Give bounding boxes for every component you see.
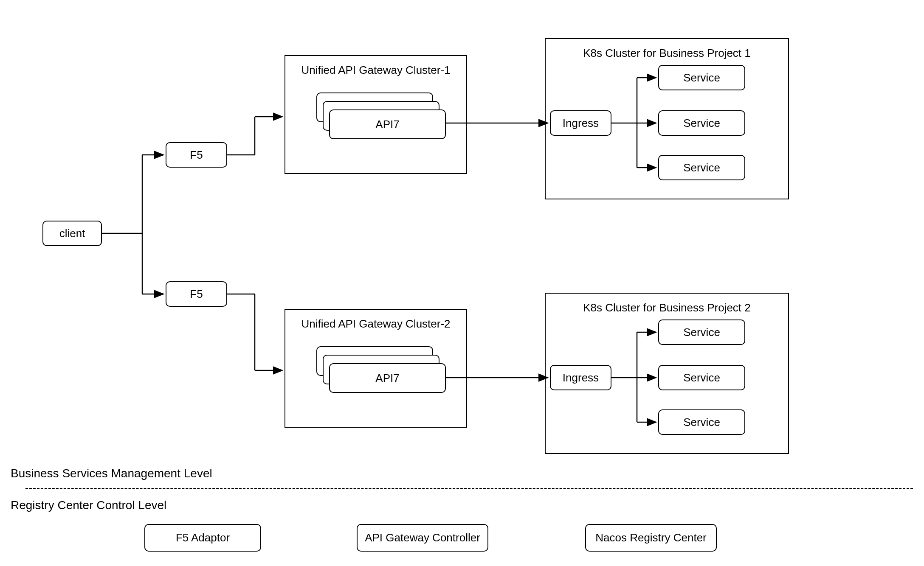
service-node-2b: Service xyxy=(658,365,745,390)
gateway-2-title: Unified API Gateway Cluster-2 xyxy=(285,317,466,331)
service-1b-label: Service xyxy=(683,117,720,130)
api7-node-1: API7 xyxy=(329,109,446,139)
service-node-1c: Service xyxy=(658,155,745,180)
client-label: client xyxy=(59,227,85,240)
f5-adaptor-node: F5 Adaptor xyxy=(144,524,261,552)
gateway-1-title: Unified API Gateway Cluster-1 xyxy=(285,64,466,77)
business-level-label: Business Services Management Level xyxy=(11,467,212,480)
f5-node-2: F5 xyxy=(166,281,227,307)
k8s-2-title: K8s Cluster for Business Project 2 xyxy=(546,301,788,314)
level-divider xyxy=(25,488,913,489)
service-2a-label: Service xyxy=(683,326,720,339)
f5-1-label: F5 xyxy=(190,149,203,162)
service-node-1b: Service xyxy=(658,110,745,136)
api7-2-label: API7 xyxy=(375,372,399,385)
service-1a-label: Service xyxy=(683,71,720,84)
ingress-node-1: Ingress xyxy=(550,110,611,136)
client-node: client xyxy=(42,221,102,246)
api-controller-label: API Gateway Controller xyxy=(365,531,480,544)
api7-1-label: API7 xyxy=(375,118,399,131)
service-node-1a: Service xyxy=(658,65,745,90)
nacos-label: Nacos Registry Center xyxy=(595,531,707,544)
service-1c-label: Service xyxy=(683,161,720,174)
registry-level-label: Registry Center Control Level xyxy=(11,499,166,512)
service-2c-label: Service xyxy=(683,416,720,429)
k8s-1-title: K8s Cluster for Business Project 1 xyxy=(546,47,788,60)
f5-node-1: F5 xyxy=(166,142,227,168)
nacos-node: Nacos Registry Center xyxy=(585,524,717,552)
service-node-2c: Service xyxy=(658,409,745,435)
api7-node-2: API7 xyxy=(329,363,446,393)
f5-adaptor-label: F5 Adaptor xyxy=(176,531,230,544)
f5-2-label: F5 xyxy=(190,288,203,301)
ingress-1-label: Ingress xyxy=(563,117,599,130)
api-controller-node: API Gateway Controller xyxy=(357,524,488,552)
service-node-2a: Service xyxy=(658,319,745,345)
ingress-node-2: Ingress xyxy=(550,365,611,390)
service-2b-label: Service xyxy=(683,371,720,384)
ingress-2-label: Ingress xyxy=(563,371,599,384)
